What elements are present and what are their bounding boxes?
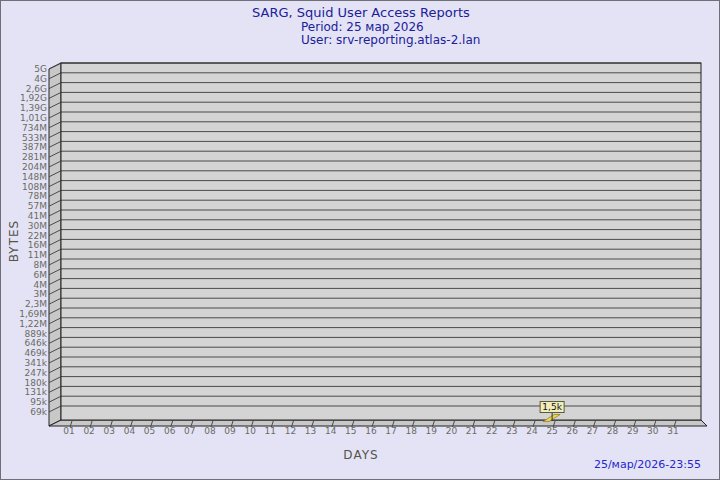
y-tick-label: 78M bbox=[28, 191, 47, 201]
sarg-report-page: SARG, Squid User Access Reports Period: … bbox=[0, 0, 720, 480]
y-tick-label: 2,3M bbox=[25, 299, 47, 309]
x-tick-label: 01 bbox=[63, 426, 74, 436]
y-tick-label: 69k bbox=[30, 407, 47, 417]
y-tick-label: 4G bbox=[34, 74, 47, 84]
x-tick-label: 23 bbox=[506, 426, 517, 436]
x-tick-label: 19 bbox=[426, 426, 438, 436]
x-tick-label: 05 bbox=[144, 426, 155, 436]
x-tick-label: 10 bbox=[244, 426, 256, 436]
y-axis-title: BYTES bbox=[7, 220, 21, 262]
x-tick-label: 09 bbox=[224, 426, 236, 436]
y-tick-label: 41M bbox=[28, 211, 47, 221]
y-tick-label: 30M bbox=[28, 221, 47, 231]
y-tick-label: 646k bbox=[25, 338, 48, 348]
x-tick-label: 14 bbox=[325, 426, 337, 436]
y-tick-label: 148M bbox=[22, 172, 47, 182]
x-tick-label: 25 bbox=[546, 426, 557, 436]
y-axis-labels: 5G4G2,6G1,92G1,39G1,01G734M533M387M281M2… bbox=[19, 64, 48, 417]
y-tick-label: 1,69M bbox=[19, 309, 47, 319]
x-tick-label: 12 bbox=[285, 426, 296, 436]
x-tick-label: 11 bbox=[265, 426, 276, 436]
x-tick-label: 24 bbox=[526, 426, 538, 436]
y-tick-label: 6M bbox=[34, 270, 48, 280]
y-tick-label: 1,01G bbox=[20, 113, 47, 123]
report-timestamp: 25/мар/2026-23:55 bbox=[594, 458, 701, 471]
x-axis-title: DAYS bbox=[301, 448, 421, 462]
y-tick-label: 1,39G bbox=[20, 103, 47, 113]
x-tick-label: 07 bbox=[184, 426, 195, 436]
y-tick-label: 131k bbox=[25, 387, 48, 397]
x-tick-label: 31 bbox=[667, 426, 678, 436]
x-tick-label: 15 bbox=[345, 426, 356, 436]
y-tick-label: 533M bbox=[22, 133, 47, 143]
x-tick-label: 20 bbox=[446, 426, 458, 436]
y-tick-label: 16M bbox=[28, 240, 47, 250]
y-tick-label: 889k bbox=[25, 329, 48, 339]
x-tick-label: 30 bbox=[647, 426, 659, 436]
y-tick-label: 11M bbox=[28, 250, 47, 260]
y-tick-label: 95k bbox=[30, 397, 47, 407]
x-tick-label: 02 bbox=[83, 426, 94, 436]
y-tick-label: 204M bbox=[22, 162, 47, 172]
x-tick-label: 17 bbox=[385, 426, 396, 436]
y-tick-label: 5G bbox=[34, 64, 47, 74]
x-tick-label: 27 bbox=[587, 426, 598, 436]
y-tick-label: 2,6G bbox=[26, 84, 47, 94]
x-tick-label: 18 bbox=[405, 426, 417, 436]
x-tick-label: 16 bbox=[365, 426, 377, 436]
y-tick-label: 108M bbox=[22, 182, 47, 192]
y-tick-label: 247k bbox=[25, 368, 48, 378]
y-tick-label: 57M bbox=[28, 201, 47, 211]
annotation-value-label: 1,5k bbox=[542, 402, 562, 412]
y-tick-label: 180k bbox=[25, 378, 48, 388]
y-tick-label: 1,92G bbox=[20, 93, 47, 103]
x-tick-label: 13 bbox=[305, 426, 316, 436]
y-tick-label: 387M bbox=[22, 142, 47, 152]
x-tick-label: 08 bbox=[204, 426, 216, 436]
y-tick-label: 734M bbox=[22, 123, 47, 133]
y-tick-label: 341k bbox=[25, 358, 48, 368]
chart-canvas: 5G4G2,6G1,92G1,39G1,01G734M533M387M281M2… bbox=[1, 1, 720, 480]
y-tick-label: 1,22M bbox=[19, 319, 47, 329]
x-tick-label: 28 bbox=[607, 426, 619, 436]
x-tick-label: 03 bbox=[104, 426, 115, 436]
y-tick-label: 4M bbox=[34, 280, 48, 290]
x-tick-label: 06 bbox=[164, 426, 176, 436]
x-tick-label: 29 bbox=[627, 426, 639, 436]
x-tick-label: 04 bbox=[124, 426, 136, 436]
y-tick-label: 469k bbox=[25, 348, 48, 358]
x-tick-label: 21 bbox=[466, 426, 477, 436]
y-tick-label: 3M bbox=[34, 289, 48, 299]
x-tick-label: 26 bbox=[567, 426, 579, 436]
x-tick-label: 22 bbox=[486, 426, 497, 436]
y-tick-label: 8M bbox=[34, 260, 48, 270]
y-tick-label: 22M bbox=[28, 231, 47, 241]
y-tick-label: 281M bbox=[22, 152, 47, 162]
